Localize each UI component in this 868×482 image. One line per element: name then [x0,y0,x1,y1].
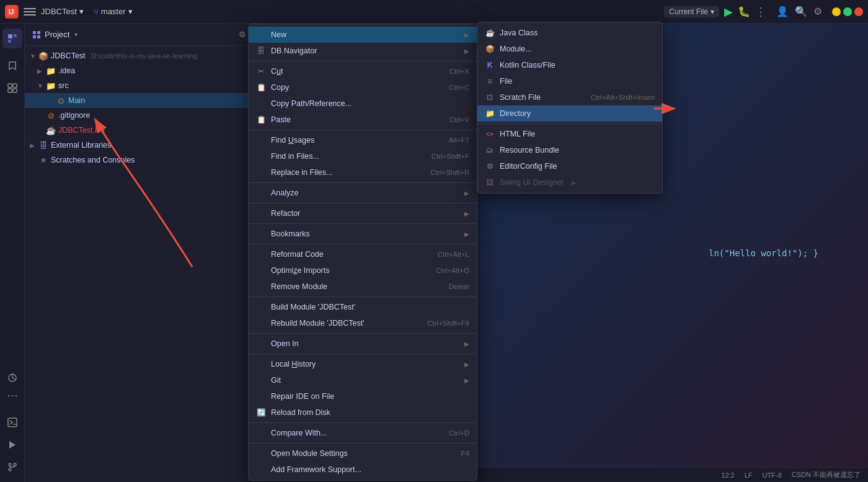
status-lf[interactable]: LF [745,471,753,479]
svg-text:IJ: IJ [9,9,14,16]
menu-item-analyze[interactable]: Analyze ▶ [249,185,477,201]
svg-rect-17 [33,35,36,38]
tree-arrow-root: ▼ [30,53,36,60]
status-charset[interactable]: UTF-8 [763,471,782,479]
menu-item-reformat[interactable]: Reformat Code Ctrl+Alt+L [249,246,477,262]
search-icon[interactable]: 🔍 [795,6,807,17]
menu-item-compare-with[interactable]: Compare With... Ctrl+D [249,425,477,441]
add-framework-label: Add Framework Support... [271,465,469,474]
menu-item-find-usages[interactable]: Find Usages Alt+F7 [249,132,477,148]
tree-item-extlibs[interactable]: ▶ 🗄 External Libraries [25,138,254,153]
tree-icon-scratches: ≡ [38,156,48,165]
find-usages-label: Find Usages [271,136,443,145]
kotlin-label: Kotlin Class/File [500,61,556,69]
submenu-item-html[interactable]: <> HTML File [477,126,662,142]
remove-module-shortcut: Delete [449,283,469,290]
menu-item-add-framework[interactable]: Add Framework Support... [249,462,477,478]
sidebar-item-run[interactable] [2,435,22,455]
tree-label-src: src [58,81,69,90]
cut-label: Cut [271,67,445,76]
scratch-shortcut: Ctrl+Alt+Shift+Insert [591,94,655,101]
tree-label-root: JDBCTest [51,51,86,60]
minimize-button[interactable] [832,7,841,16]
menu-item-git[interactable]: Git ▶ [249,372,477,388]
tree-item-idea[interactable]: ▶ 📁 .idea [25,63,254,78]
project-title[interactable]: JDBCTest ▾ [41,7,84,16]
submenu-item-file[interactable]: ≡ File [477,73,662,89]
run-config-dropdown[interactable]: ▾ [711,7,714,16]
menu-item-cut[interactable]: ✂ Cut Ctrl+X [249,63,477,79]
menu-item-paste[interactable]: 📋 Paste Ctrl+V [249,112,477,128]
tree-item-root[interactable]: ▼ 📦 JDBCTest D:\code\this-is-my-java-se-… [25,48,254,63]
menu-item-refactor[interactable]: Refactor ▶ [249,205,477,221]
menu-item-replace-in-files[interactable]: Replace in Files... Ctrl+Shift+R [249,164,477,181]
sidebar-item-structure[interactable] [2,78,22,98]
html-file-label: HTML File [500,130,535,138]
hamburger-menu[interactable] [24,6,36,18]
tree-item-iml[interactable]: ▶ ☕ JDBCTest.iml [25,123,254,138]
branch-selector[interactable]: ⑂ master ▾ [94,7,133,17]
project-dropdown-icon[interactable]: ▾ [79,7,84,16]
submenu-item-kotlin[interactable]: K Kotlin Class/File [477,57,662,73]
menu-item-module-settings[interactable]: Open Module Settings F4 [249,445,477,462]
sidebar-item-plugins[interactable] [2,363,22,383]
menu-item-new[interactable]: New ▶ [249,27,477,43]
profile-icon[interactable]: 👤 [776,6,789,17]
status-position[interactable]: 12:2 [721,471,734,479]
sidebar-item-more[interactable]: ⋯ [2,385,22,405]
tree-item-main[interactable]: ▶ ⊙ Main [25,93,254,108]
sidebar-item-project[interactable] [2,29,22,48]
scratch-label: Scratch File [500,93,541,102]
project-panel-gear[interactable]: ⚙ [239,30,246,39]
menu-item-optimize[interactable]: Optimize Imports Ctrl+Alt+O [249,262,477,279]
menu-item-find-in-files[interactable]: Find in Files... Ctrl+Shift+F [249,148,477,164]
separator-3 [249,182,477,183]
menu-item-local-history[interactable]: Local History ▶ [249,356,477,372]
submenu-item-editorconfig[interactable]: ⚙ EditorConfig File [477,158,662,174]
tree-item-src[interactable]: ▼ 📁 src [25,78,254,93]
menu-item-repair-ide[interactable]: Repair IDE on File [249,388,477,404]
local-history-arrow: ▶ [464,361,469,368]
submenu-item-java-class[interactable]: ☕ Java Class [477,25,662,41]
swing-arrow: ▶ [572,179,577,186]
menu-item-open-in[interactable]: Open In ▶ [249,336,477,352]
settings-icon[interactable]: ⚙ [813,6,822,17]
menu-item-db-navigator[interactable]: 🗄 DB Navigator ▶ [249,43,477,59]
tree-arrow-extlibs: ▶ [30,142,36,149]
menu-item-bookmarks[interactable]: Bookmarks ▶ [249,226,477,242]
branch-dropdown-icon[interactable]: ▾ [128,7,133,16]
run-button[interactable]: ▶ [724,5,733,19]
sidebar-item-terminal[interactable] [2,413,22,432]
maximize-button[interactable] [843,7,852,16]
tree-item-gitignore[interactable]: ▶ ⊘ .gitignore [25,108,254,123]
submenu-item-module[interactable]: 📦 Module... [477,41,662,57]
separator-5 [249,223,477,224]
svg-rect-7 [8,89,12,92]
paste-shortcut: Ctrl+V [450,116,469,123]
reformat-shortcut: Ctrl+Alt+L [438,251,469,258]
submenu-item-scratch[interactable]: ⊡ Scratch File Ctrl+Alt+Shift+Insert [477,89,662,105]
sidebar-item-bookmarks[interactable] [2,56,22,76]
more-run-options[interactable]: ⋮ [755,5,766,19]
code-hint: ln("Hello world!"); } [709,248,818,258]
sidebar-icon-strip: ⋯ [0,24,25,482]
menu-item-remove-module[interactable]: Remove Module Delete [249,279,477,295]
submenu-item-directory[interactable]: 📁 Directory [477,105,662,122]
sidebar-item-git-bottom[interactable] [2,457,22,477]
close-button[interactable] [854,7,863,16]
debug-button[interactable]: 🐛 [738,6,750,17]
menu-item-rebuild-module[interactable]: Rebuild Module 'JDBCTest' Ctrl+Shift+F9 [249,315,477,331]
tree-item-scratches[interactable]: ▶ ≡ Scratches and Consoles [25,153,254,167]
menu-item-reload-disk[interactable]: 🔄 Reload from Disk [249,404,477,421]
resource-bundle-icon: 🗂 [485,146,495,154]
analyze-arrow: ▶ [464,190,469,197]
project-panel-dropdown[interactable]: ▾ [74,31,78,38]
compare-shortcut: Ctrl+D [449,429,469,437]
tree-path-root: D:\code\this-is-my-java-se-learning [92,52,197,60]
run-config-selector[interactable]: Current File ▾ [664,6,719,17]
submenu-item-resource-bundle[interactable]: 🗂 Resource Bundle [477,142,662,158]
menu-item-copy-path[interactable]: Copy Path/Reference... [249,96,477,112]
menu-item-build-module[interactable]: Build Module 'JDBCTest' [249,299,477,315]
menu-item-copy[interactable]: 📋 Copy Ctrl+C [249,79,477,96]
tree-icon-src: 📁 [46,81,56,91]
